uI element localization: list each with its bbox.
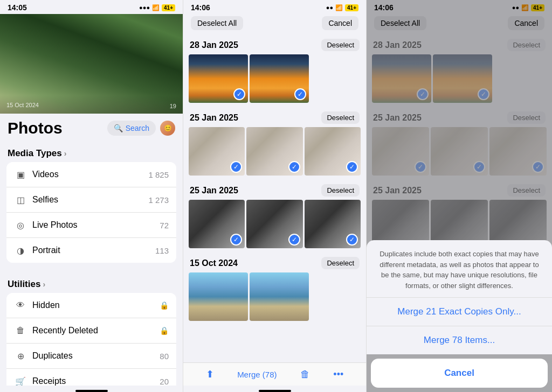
photo-thumb-album1[interactable]: ✓ xyxy=(189,127,245,176)
utilities-chevron[interactable]: › xyxy=(43,280,45,289)
hidden-label: Hidden xyxy=(32,300,157,310)
media-types-chevron[interactable]: › xyxy=(64,149,67,158)
merge-toolbar: ⬆ Merge (78) 🗑 ••• xyxy=(183,362,366,386)
list-item-hidden[interactable]: 👁 Hidden 🔒 xyxy=(6,293,176,318)
videos-icon: ▣ xyxy=(14,168,27,181)
date-label-jan28: 28 Jan 2025 xyxy=(190,40,238,50)
list-item-duplicates[interactable]: ⊕ Duplicates 80 xyxy=(6,344,176,369)
selfies-label: Selfies xyxy=(32,195,148,205)
utilities-header: Utilities › xyxy=(0,271,183,293)
date-header-oct15: 15 Oct 2024 Deselect xyxy=(189,253,361,272)
deselect-all-button-2[interactable]: Deselect All xyxy=(191,16,243,30)
action-sheet-cancel-button[interactable]: Cancel xyxy=(371,359,548,388)
status-bar-1: 14:05 ●●● 📶 41+ xyxy=(0,0,183,14)
utilities-label: Utilities xyxy=(8,279,40,290)
receipts-icon: 🛒 xyxy=(14,375,27,386)
list-item-receipts[interactable]: 🛒 Receipts 20 xyxy=(6,369,176,386)
list-item-selfies[interactable]: ◫ Selfies 1 273 xyxy=(6,187,176,213)
panel1-scroll: Media Types › ▣ Videos 1 825 ◫ Selfies 1… xyxy=(0,141,183,386)
deselect-btn-jan25-b[interactable]: Deselect xyxy=(321,184,360,197)
search-button[interactable]: 🔍 Search xyxy=(107,121,156,136)
live-photos-count: 72 xyxy=(160,221,169,230)
delete-icon[interactable]: 🗑 xyxy=(300,369,310,380)
battery-badge-1: 41+ xyxy=(162,4,175,11)
recently-deleted-lock-icon: 🔒 xyxy=(160,326,169,335)
deselect-btn-oct15[interactable]: Deselect xyxy=(321,257,360,269)
search-label: Search xyxy=(126,124,149,132)
videos-count: 1 825 xyxy=(148,170,169,179)
panel1-header: Photos 🔍 Search 😊 xyxy=(0,114,183,141)
check-badge-7: ✓ xyxy=(288,234,300,246)
photo-thumb-album4[interactable]: ✓ xyxy=(189,200,245,248)
more-icon[interactable]: ••• xyxy=(333,369,343,380)
live-photos-icon: ◎ xyxy=(14,219,27,232)
wifi-icon-1: 📶 xyxy=(152,4,160,11)
status-bar-2: 14:06 ●● 📶 41+ xyxy=(183,0,366,14)
duplicates-icon: ⊕ xyxy=(14,349,27,362)
media-types-label: Media Types xyxy=(8,148,62,159)
search-icon: 🔍 xyxy=(114,124,123,132)
photo-grid-jan25-a: ✓ ✓ ✓ xyxy=(189,127,361,176)
check-badge-4: ✓ xyxy=(288,161,300,173)
media-types-header: Media Types › xyxy=(0,141,183,162)
date-section-jan28: 28 Jan 2025 Deselect ✓ ✓ xyxy=(189,34,361,103)
media-types-list: ▣ Videos 1 825 ◫ Selfies 1 273 ◎ Live Ph… xyxy=(6,162,176,263)
check-badge-1: ✓ xyxy=(233,88,245,100)
home-indicator-2 xyxy=(259,390,291,392)
signal-icon-1: ●●● xyxy=(139,4,150,11)
check-badge-5: ✓ xyxy=(346,161,358,173)
photo-thumb-album3[interactable]: ✓ xyxy=(305,127,361,176)
hero-image: 15 Oct 2024 19 xyxy=(0,14,183,114)
deselect-btn-jan28[interactable]: Deselect xyxy=(321,39,360,51)
date-section-oct15: 15 Oct 2024 Deselect xyxy=(189,253,361,321)
merge-button[interactable]: Merge (78) xyxy=(237,370,277,379)
time-1: 14:05 xyxy=(8,3,27,12)
photo-thumb-album6[interactable]: ✓ xyxy=(305,200,361,248)
receipts-count: 20 xyxy=(160,377,169,386)
cancel-button-2[interactable]: Cancel xyxy=(322,16,358,30)
list-item-recently-deleted[interactable]: 🗑 Recently Deleted 🔒 xyxy=(6,318,176,344)
photo-thumb-city1[interactable] xyxy=(189,272,248,321)
share-icon[interactable]: ⬆ xyxy=(206,368,214,380)
date-label-jan25-b: 25 Jan 2025 xyxy=(190,186,238,195)
list-item-portrait[interactable]: ◑ Portrait 113 xyxy=(6,238,176,263)
photo-thumb-sunset1[interactable]: ✓ xyxy=(189,54,248,103)
list-item-live-photos[interactable]: ◎ Live Photos 72 xyxy=(6,213,176,238)
photo-grid-jan28: ✓ ✓ xyxy=(189,54,361,103)
hero-overlay: 15 Oct 2024 19 xyxy=(0,95,183,114)
duplicates-label: Duplicates xyxy=(32,351,160,361)
date-header-jan25-a: 25 Jan 2025 Deselect xyxy=(189,107,361,127)
photo-thumb-album2[interactable]: ✓ xyxy=(246,127,302,176)
photo-scroll-2: 28 Jan 2025 Deselect ✓ ✓ 25 Jan 2025 Des… xyxy=(183,34,366,362)
photos-library-panel: 14:05 ●●● 📶 41+ 15 Oct 2024 19 Photos 🔍 … xyxy=(0,0,183,392)
status-icons-2: ●● 📶 41+ xyxy=(326,4,358,11)
date-section-jan25-b: 25 Jan 2025 Deselect ✓ ✓ ✓ xyxy=(189,180,361,248)
portrait-label: Portrait xyxy=(32,246,155,255)
deselect-btn-jan25-a[interactable]: Deselect xyxy=(321,111,360,124)
photo-thumb-city2[interactable] xyxy=(250,272,309,321)
recently-deleted-icon: 🗑 xyxy=(14,324,27,337)
photo-thumb-album5[interactable]: ✓ xyxy=(246,200,302,248)
hero-count: 19 xyxy=(170,103,176,109)
avatar: 😊 xyxy=(160,121,175,136)
merge-dialog-panel: 14:06 ●● 📶 41+ Deselect All Cancel 28 Ja… xyxy=(367,0,552,392)
list-item-videos[interactable]: ▣ Videos 1 825 xyxy=(6,162,176,187)
wifi-icon-2: 📶 xyxy=(335,4,343,11)
duplicates-count: 80 xyxy=(160,352,169,361)
action-sheet: Duplicates include both exact copies tha… xyxy=(367,240,552,354)
duplicates-selection-panel: 14:06 ●● 📶 41+ Deselect All Cancel 28 Ja… xyxy=(183,0,367,392)
hero-date: 15 Oct 2024 xyxy=(6,102,39,108)
portrait-count: 113 xyxy=(155,246,169,255)
recently-deleted-label: Recently Deleted xyxy=(32,326,157,335)
live-photos-label: Live Photos xyxy=(32,220,160,230)
hidden-lock-icon: 🔒 xyxy=(160,301,169,310)
photos-title: Photos xyxy=(8,119,63,137)
merge-all-items-button[interactable]: Merge 78 Items... xyxy=(367,326,552,354)
date-header-jan25-b: 25 Jan 2025 Deselect xyxy=(189,180,361,200)
photo-thumb-sunset2[interactable]: ✓ xyxy=(250,54,309,103)
check-badge-2: ✓ xyxy=(294,88,306,100)
battery-badge-2: 41+ xyxy=(345,4,358,11)
action-sheet-message: Duplicates include both exact copies tha… xyxy=(367,240,552,298)
portrait-icon: ◑ xyxy=(14,244,27,257)
merge-exact-copies-button[interactable]: Merge 21 Exact Copies Only... xyxy=(367,298,552,326)
